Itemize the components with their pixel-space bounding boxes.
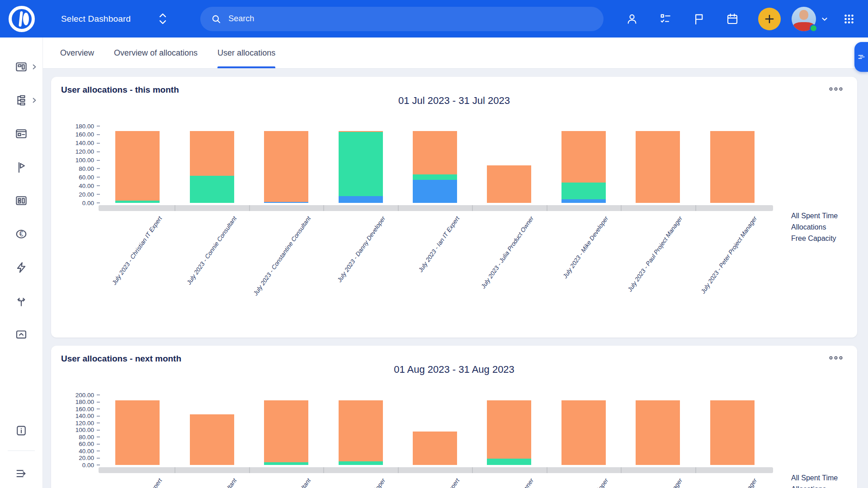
bar-segment[interactable] <box>264 400 308 462</box>
stacked-bar[interactable] <box>115 400 160 465</box>
legend-item[interactable]: Allocations <box>791 222 838 232</box>
search-bar[interactable] <box>200 7 604 31</box>
y-axis-tick: 160.00 <box>51 405 100 413</box>
bar-segment[interactable] <box>710 131 755 203</box>
bar-segment[interactable] <box>561 183 606 200</box>
stacked-bar[interactable] <box>636 400 680 465</box>
tab-user-allocations[interactable]: User allocations <box>217 38 275 68</box>
stacked-bar[interactable] <box>339 400 383 465</box>
stacked-bar[interactable] <box>561 400 606 465</box>
x-axis-label: July 2023 - Connie Consultant <box>155 215 238 330</box>
bar-segment[interactable] <box>710 400 755 465</box>
stacked-bar[interactable] <box>264 400 308 465</box>
sidebar-item-info[interactable] <box>0 416 43 445</box>
apps-grid-icon[interactable] <box>842 12 856 26</box>
stacked-bar[interactable] <box>487 165 531 203</box>
bar-segment[interactable] <box>190 414 234 465</box>
bar-segment[interactable] <box>190 131 234 175</box>
main-content: User allocations - this month 01 Jul 202… <box>43 69 868 488</box>
bar-group <box>100 395 175 465</box>
bar-segment[interactable] <box>561 131 606 182</box>
bar-segment[interactable] <box>413 432 457 465</box>
stacked-bar[interactable] <box>190 131 234 203</box>
y-axis-tick: 40.00 <box>51 447 100 455</box>
stacked-bar[interactable] <box>190 414 234 465</box>
x-axis-label: July 2023 - Peter Project Manager <box>675 215 758 330</box>
x-axis-scrollbar[interactable] <box>99 205 773 211</box>
stacked-bar[interactable] <box>115 131 160 203</box>
stacked-bar[interactable] <box>339 131 383 203</box>
legend-item[interactable]: All Spent Time <box>791 211 838 221</box>
ellipsis-icon[interactable] <box>828 86 844 92</box>
bar-segment[interactable] <box>487 165 531 203</box>
bar-segment[interactable] <box>487 459 531 465</box>
bar-segment[interactable] <box>413 180 457 203</box>
x-axis-label: July 2023 - Constantine Consultant <box>229 215 312 330</box>
sidebar-item-finance-euro[interactable]: € <box>0 217 43 251</box>
bar-segment[interactable] <box>264 131 308 202</box>
tab-overview[interactable]: Overview <box>60 38 94 68</box>
bar-group <box>100 126 175 203</box>
bar-segment[interactable] <box>264 202 308 203</box>
search-input[interactable] <box>228 14 594 23</box>
sidebar-item-project-tree[interactable] <box>0 84 43 117</box>
stacked-bar[interactable] <box>710 400 755 465</box>
calendar-icon[interactable] <box>726 12 739 26</box>
chevron-right-icon[interactable] <box>32 64 37 70</box>
bar-group <box>472 395 546 465</box>
legend-item[interactable]: All Spent Time <box>791 473 838 483</box>
stacked-bar[interactable] <box>710 131 755 203</box>
bar-segment[interactable] <box>636 131 680 203</box>
sidebar-item-archive[interactable] <box>0 318 43 351</box>
bar-segment[interactable] <box>339 461 383 465</box>
sidebar-item-cards[interactable] <box>0 117 43 150</box>
bar-group <box>695 395 769 465</box>
app-logo[interactable] <box>9 6 35 32</box>
user-icon[interactable] <box>625 12 639 26</box>
bar-segment[interactable] <box>115 400 160 465</box>
sidebar-item-modules[interactable] <box>0 184 43 217</box>
bar-segment[interactable] <box>264 462 308 465</box>
bar-segment[interactable] <box>413 174 457 180</box>
stacked-bar[interactable] <box>636 131 680 203</box>
bar-segment[interactable] <box>115 131 160 201</box>
tab-overview-of-allocations[interactable]: Overview of allocations <box>114 38 198 68</box>
bar-segment[interactable] <box>487 400 531 459</box>
x-axis-label: August 2023 - Danny Developer <box>303 477 386 488</box>
stacked-bar[interactable] <box>413 131 457 203</box>
bar-segment[interactable] <box>115 201 160 203</box>
dashboard-selector[interactable]: Select Dashboard <box>61 12 169 26</box>
bar-segment[interactable] <box>561 199 606 203</box>
filter-flyout-button[interactable] <box>854 42 868 72</box>
bar-group <box>695 126 769 203</box>
avatar[interactable] <box>792 7 816 31</box>
checklist-icon[interactable] <box>659 12 672 26</box>
bar-segment[interactable] <box>190 176 234 203</box>
bar-segment[interactable] <box>339 132 383 196</box>
panel-title: User allocations - next month <box>61 354 181 364</box>
bar-segment[interactable] <box>339 196 383 203</box>
stacked-bar[interactable] <box>413 432 457 465</box>
user-menu[interactable] <box>792 7 830 31</box>
x-axis-scrollbar[interactable] <box>99 467 773 473</box>
sidebar-item-expand-sidebar[interactable] <box>0 459 43 488</box>
add-button[interactable] <box>758 8 781 30</box>
legend-item[interactable]: Free Capacity <box>791 234 838 244</box>
bar-segment[interactable] <box>561 400 606 465</box>
y-axis-tick: 180.00 <box>51 399 100 406</box>
sidebar-item-integrations[interactable] <box>0 284 43 318</box>
stacked-bar[interactable] <box>264 131 308 203</box>
bar-segment[interactable] <box>339 400 383 461</box>
sidebar-item-quick-actions[interactable] <box>0 251 43 284</box>
sidebar-item-milestone-flag[interactable] <box>0 150 43 184</box>
stacked-bar[interactable] <box>561 131 606 203</box>
chevron-right-icon[interactable] <box>32 97 37 103</box>
stacked-bar[interactable] <box>487 400 531 465</box>
bar-segment[interactable] <box>636 400 680 465</box>
flag-icon[interactable] <box>692 12 706 26</box>
sidebar-item-dashboard[interactable] <box>0 50 43 84</box>
ellipsis-icon[interactable] <box>828 355 844 361</box>
x-axis-label: August 2023 - Christian IT Expert <box>80 477 163 488</box>
bar-segment[interactable] <box>413 131 457 174</box>
legend-item[interactable]: Allocations <box>791 484 838 488</box>
